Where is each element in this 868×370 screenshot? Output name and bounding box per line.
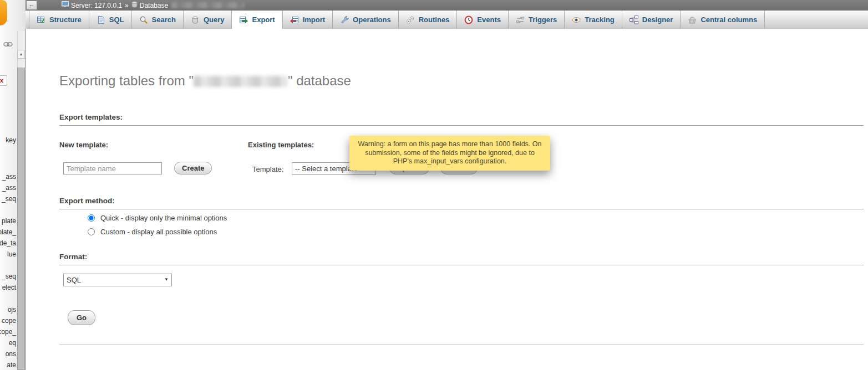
tab-label: Query <box>204 16 225 24</box>
page-title-suffix: " database <box>288 73 351 88</box>
tab-search[interactable]: Search <box>132 11 184 29</box>
main-content: Exporting tables from "" database Export… <box>26 29 868 370</box>
tab-label: Structure <box>49 16 82 24</box>
nav-tree-item[interactable]: ate <box>7 361 16 369</box>
max-input-vars-warning-tooltip: Warning: a form on this page has more th… <box>349 136 550 171</box>
custom-radio[interactable] <box>88 228 95 235</box>
tab-label: Import <box>303 16 325 24</box>
format-heading: Format: <box>59 253 864 265</box>
chain-link-icon[interactable] <box>3 40 13 50</box>
tab-label: Triggers <box>529 16 557 24</box>
breadcrumb-separator: » <box>125 2 129 9</box>
tab-bar: Structure SQL Search Query Export Import… <box>26 11 868 29</box>
nav-tree-item[interactable]: plate_ <box>0 228 16 236</box>
nav-tree-item[interactable]: lue <box>7 250 16 258</box>
monitor-icon <box>62 1 69 9</box>
tab-events[interactable]: Events <box>457 11 509 29</box>
tab-central-columns[interactable]: Central columns <box>681 11 765 29</box>
new-template-label: New template: <box>59 141 108 149</box>
page-title: Exporting tables from "" database <box>59 73 351 89</box>
quick-radio[interactable] <box>88 214 95 222</box>
nav-tree-item[interactable]: _ass <box>2 173 16 181</box>
tab-sql[interactable]: SQL <box>89 11 132 29</box>
events-icon <box>464 16 473 24</box>
tab-triggers[interactable]: Triggers <box>509 11 565 29</box>
nav-tree-item[interactable]: elect <box>2 284 16 291</box>
clear-filter-button[interactable]: x <box>0 75 7 86</box>
structure-icon <box>37 16 45 24</box>
search-icon <box>139 16 148 24</box>
tab-structure[interactable]: Structure <box>29 11 89 29</box>
nav-tree-item[interactable]: cope <box>2 317 16 325</box>
custom-radio-label: Custom - display all possible options <box>100 228 217 236</box>
scroll-up-arrow[interactable]: ▲ <box>17 50 25 59</box>
page-title-prefix: Exporting tables from " <box>59 73 194 88</box>
phpmyadmin-export-page: x key _ass _ass _seq plate plate_ de_ta … <box>0 0 868 370</box>
triggers-icon <box>516 16 525 24</box>
nav-tree-item[interactable]: ons <box>6 350 16 358</box>
sidebar-scrollbar: ▲ <box>17 31 25 370</box>
tracking-icon <box>572 16 581 24</box>
tab-export[interactable]: Export <box>232 11 282 29</box>
nav-tree-item[interactable]: eq <box>9 339 16 347</box>
nav-tree-item[interactable]: ojs <box>8 306 16 314</box>
redacted-database-name <box>194 76 288 87</box>
import-icon <box>290 16 299 24</box>
tab-label: Operations <box>353 16 391 24</box>
back-arrow-button[interactable]: ← <box>26 1 37 10</box>
format-select[interactable]: SQL <box>64 274 171 286</box>
nav-tree-item[interactable]: cope_ <box>0 328 16 336</box>
breadcrumb-server[interactable]: Server: 127.0.0.1 <box>71 2 122 9</box>
tab-label: SQL <box>109 16 124 24</box>
template-name-input[interactable] <box>63 162 162 174</box>
navigation-sidebar: x key _ass _ass _seq plate plate_ de_ta … <box>0 0 26 370</box>
existing-templates-label: Existing templates: <box>248 141 314 149</box>
redacted-database-name <box>171 2 245 8</box>
quick-radio-label: Quick - display only the minimal options <box>100 214 227 222</box>
central-columns-icon <box>688 16 697 24</box>
designer-icon <box>630 16 638 24</box>
tab-label: Export <box>252 16 275 24</box>
phpmyadmin-logo <box>0 0 7 25</box>
create-template-button[interactable]: Create <box>174 162 212 174</box>
tab-label: Designer <box>642 16 673 24</box>
tab-designer[interactable]: Designer <box>622 11 681 29</box>
tab-operations[interactable]: Operations <box>333 11 399 29</box>
tab-tracking[interactable]: Tracking <box>565 11 622 29</box>
routines-icon <box>406 16 415 24</box>
nav-tree-item[interactable]: _seq <box>2 195 16 203</box>
export-templates-heading: Export templates: <box>59 113 864 126</box>
tab-label: Events <box>477 16 501 24</box>
nav-tree-item[interactable]: _seq <box>2 273 16 280</box>
tab-label: Tracking <box>585 16 614 24</box>
tab-label: Central columns <box>701 16 757 24</box>
go-button[interactable]: Go <box>68 310 95 325</box>
tab-label: Search <box>152 16 176 24</box>
breadcrumb-bar: ← Server: 127.0.0.1 » Database <box>26 0 868 11</box>
tab-routines[interactable]: Routines <box>399 11 458 29</box>
export-icon <box>239 16 248 24</box>
query-icon <box>191 16 200 24</box>
nav-tree-item[interactable]: _ass <box>2 184 16 192</box>
breadcrumb-database[interactable]: Database <box>140 2 168 9</box>
tab-label: Routines <box>419 16 450 24</box>
tab-query[interactable]: Query <box>184 11 232 29</box>
sql-icon <box>97 16 105 24</box>
nav-tree-item[interactable]: de_ta <box>0 239 16 247</box>
export-method-quick-option[interactable]: Quick - display only the minimal options <box>88 214 227 222</box>
scrollbar-thumb[interactable] <box>17 68 25 370</box>
nav-tree-item[interactable]: plate <box>2 217 16 225</box>
tab-import[interactable]: Import <box>283 11 333 29</box>
bottom-divider <box>59 344 864 345</box>
export-method-custom-option[interactable]: Custom - display all possible options <box>88 228 217 236</box>
template-label: Template: <box>252 165 283 173</box>
operations-icon <box>340 16 349 24</box>
export-method-heading: Export method: <box>59 197 864 209</box>
database-icon <box>131 1 138 9</box>
nav-tree-item[interactable]: key <box>6 136 16 144</box>
format-select-wrapper: SQL <box>63 274 172 286</box>
